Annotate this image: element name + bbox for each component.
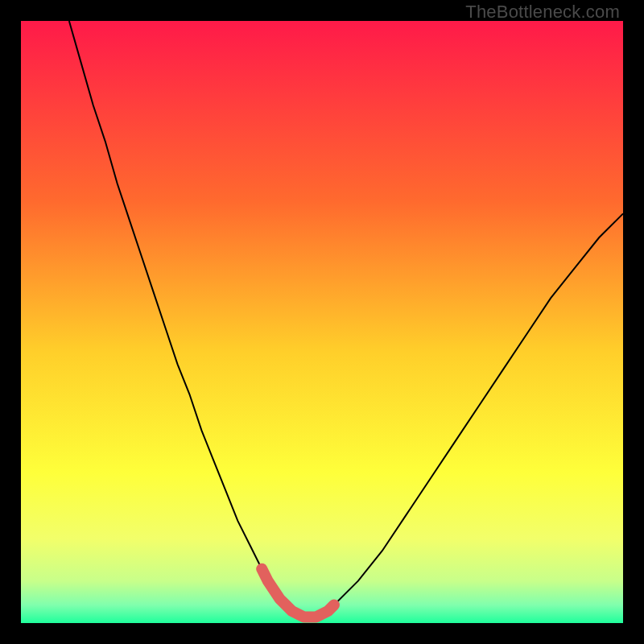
bottleneck-curve bbox=[69, 21, 623, 617]
optimal-range-highlight bbox=[262, 569, 334, 617]
watermark-text: TheBottleneck.com bbox=[465, 2, 620, 23]
bottleneck-chart bbox=[21, 21, 623, 623]
chart-frame bbox=[0, 0, 644, 644]
